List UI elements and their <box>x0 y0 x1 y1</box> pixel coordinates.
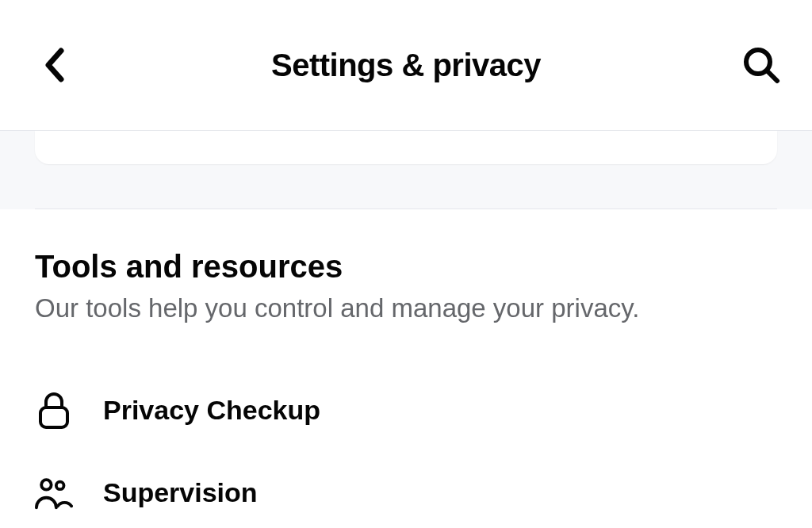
header-bar: Settings & privacy <box>0 0 812 131</box>
page-title: Settings & privacy <box>271 48 541 83</box>
svg-rect-2 <box>40 407 67 427</box>
content-area <box>0 131 812 209</box>
row-supervision[interactable]: Supervision <box>35 452 777 528</box>
row-privacy-checkup[interactable]: Privacy Checkup <box>35 369 777 452</box>
lock-icon <box>35 392 73 430</box>
back-button[interactable] <box>35 46 73 84</box>
svg-line-1 <box>768 71 777 81</box>
row-label: Supervision <box>103 477 258 508</box>
search-icon <box>741 45 781 85</box>
section-subtitle: Our tools help you control and manage yo… <box>35 291 777 327</box>
people-icon <box>35 474 73 512</box>
tools-section: Tools and resources Our tools help you c… <box>0 209 812 528</box>
svg-point-4 <box>56 481 64 489</box>
search-button[interactable] <box>739 43 783 87</box>
row-label: Privacy Checkup <box>103 395 320 426</box>
section-title: Tools and resources <box>35 249 777 285</box>
chevron-left-icon <box>44 48 64 82</box>
previous-card-bottom <box>35 131 777 164</box>
svg-point-3 <box>41 480 51 489</box>
